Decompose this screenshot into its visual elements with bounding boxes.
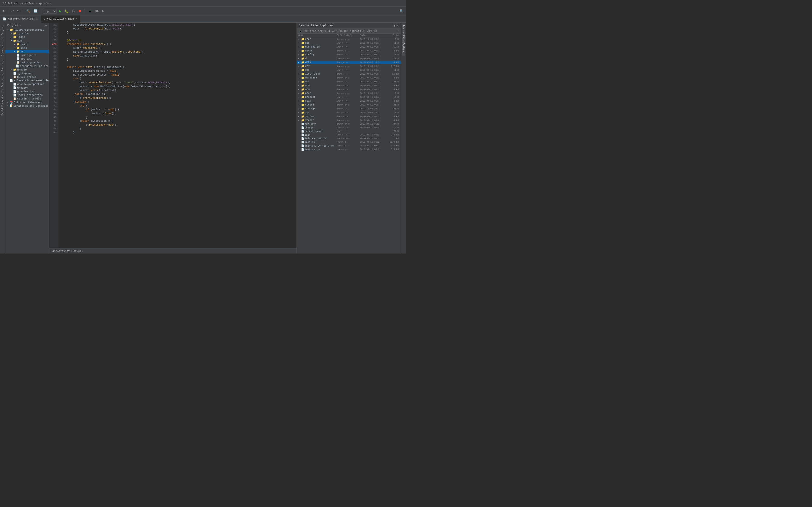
file-row[interactable]: ▸📁metadatadrwxr-xr-x2019-04-11 06:24 KB xyxy=(297,76,401,80)
tree-build[interactable]: ▸ 📁 build xyxy=(5,43,49,46)
file-icon: 📄 xyxy=(16,64,19,68)
file-row[interactable]: ▸📁mntdrwxr-xr-x2019-04-11 06:2240 B xyxy=(297,80,401,84)
tree-libs[interactable]: ▸ 📁 libs xyxy=(5,46,49,50)
tree-build-gradle-root[interactable]: 📋 build.gradle xyxy=(5,75,49,79)
tree-gitignore-app[interactable]: 📄 .gitignore xyxy=(5,53,49,57)
close-icon[interactable]: ✕ xyxy=(397,24,399,27)
stop-button[interactable]: ⏹ xyxy=(77,9,83,13)
tree-root[interactable]: ▾ 📁 FilePersistenceTest xyxy=(5,28,49,32)
debug-button[interactable]: 🐛 xyxy=(63,9,69,13)
sdk-button[interactable]: 🛠 xyxy=(94,9,100,13)
avd-button[interactable]: 📱 xyxy=(87,9,93,13)
file-icon: 📄 xyxy=(13,90,16,93)
file-row[interactable]: ▸📁dlrw-r--r--2019-04-11 06:417 B xyxy=(297,57,401,61)
build-button[interactable]: 🔨 xyxy=(25,9,32,13)
tree-idea[interactable]: ▸ 📁 .idea xyxy=(5,35,49,39)
file-row[interactable]: ▸📁storagedrwxr-xr-x2019-11-06 23:1100 B xyxy=(297,107,401,111)
file-row[interactable]: ▸📁bugreportslrw-r--r--2019-04-11 06:450 … xyxy=(297,45,401,49)
file-row[interactable]: ▸📁cachedrwxrwx---2019-04-11 06:24 KB xyxy=(297,49,401,53)
file-row[interactable]: ▸📁productlrw-r--r--2019-04-11 06:415 B xyxy=(297,95,401,99)
file-row[interactable]: ▸📁binlrw-r--r--2019-04-11 06:411 B xyxy=(297,41,401,45)
tree-item-label: build.gradle xyxy=(20,61,40,64)
file-date: 2019-04-11 06:4 xyxy=(360,100,389,102)
file-row[interactable]: 📄init.usb.configfs.rc-rwxr-x---2019-04-1… xyxy=(297,144,401,148)
tree-local-properties[interactable]: 📄 local.properties xyxy=(5,93,49,97)
vtab-captures[interactable]: Captures xyxy=(1,58,4,72)
file-row[interactable]: 📄init.usb.rc-rwxr-x---2019-04-11 06:25.5… xyxy=(297,148,401,151)
tree-scratches[interactable]: ▸ 📝 Scratches and Consoles xyxy=(5,104,49,108)
profile-button[interactable]: ⏱ xyxy=(70,9,76,13)
tree-gradle-properties[interactable]: 📄 gradle.properties xyxy=(5,82,49,86)
search-button[interactable]: 🔍 xyxy=(398,9,405,13)
gear-icon[interactable]: ⚙ xyxy=(45,24,47,27)
file-row[interactable]: ▸📁sbinlrw-r--r--2019-04-11 06:44 KB xyxy=(297,99,401,103)
code-area[interactable]: 2122232425 ●2627282930 3132333435 363738… xyxy=(49,23,297,248)
tree-gradle-dot[interactable]: ▸ 📁 .gradle xyxy=(5,32,49,35)
file-row[interactable]: ▸📁procdr-xr-xr-x2019-11-06 23:10 B xyxy=(297,92,401,95)
code-content[interactable]: setContentView(R.layout.activity_main); … xyxy=(58,23,297,248)
file-row[interactable]: 📄chargerlrw-r--r--2019-04-11 06:413 B xyxy=(297,126,401,130)
file-row[interactable]: ▸📁devdrwxr-xr-x2019-11-06 23:12.7 KB xyxy=(297,64,401,68)
close-tab-activity-main[interactable]: ✕ xyxy=(36,18,38,20)
breadcrumb-item-2[interactable]: save() xyxy=(73,249,83,252)
tree-gradle[interactable]: ▸ 📁 gradle xyxy=(5,68,49,71)
file-permissions: drwxr-xr-x xyxy=(337,119,360,122)
tab-main-activity[interactable]: ☕ MainActivity.java ✕ xyxy=(41,15,80,23)
tree-gitignore-root[interactable]: 📄 .gitignore xyxy=(5,71,49,75)
undo-button[interactable]: ↩ xyxy=(10,9,15,13)
vtab-structure[interactable]: Structure xyxy=(1,42,4,57)
file-row[interactable]: ▸📁datadrwxrwx--x2019-05-08 14:04 KB xyxy=(297,61,401,64)
file-name-text: cache xyxy=(305,50,312,52)
breadcrumb-item-1[interactable]: MainActivity xyxy=(51,249,70,252)
rvtab-device-file-explorer[interactable]: Device File Explorer xyxy=(402,24,405,56)
file-row[interactable]: ▸📁odmdrwxr-xr-x2019-04-11 06:24 KB xyxy=(297,84,401,88)
file-row[interactable]: ▸📁vendordrwxr-xr-x2019-04-11 06:44 KB xyxy=(297,119,401,122)
vtab-project[interactable]: 1: Project xyxy=(1,24,4,41)
vtab-favorites[interactable]: 2: Favorites xyxy=(1,73,4,93)
device-icon: 📱 xyxy=(299,30,302,33)
file-row[interactable]: ▸📁etclrw-r--r--2019-04-11 06:411 B xyxy=(297,68,401,72)
settings-button[interactable]: ⚙ xyxy=(101,9,106,13)
project-panel-header[interactable]: Project ▾ ⚙ xyxy=(5,23,49,28)
file-name-text: config xyxy=(305,53,314,56)
sync-button[interactable]: 🔄 xyxy=(33,9,39,13)
tree-gradlew[interactable]: 📄 gradlew xyxy=(5,86,49,90)
file-row[interactable]: ▸📁systemdrwxr-xr-x2019-04-11 06:24 KB xyxy=(297,115,401,119)
file-row[interactable]: ▸📁sysdr-xr-xr-x2019-11-06 23:10 B xyxy=(297,111,401,115)
tab-activity-main[interactable]: 📄 activity_main.xml ✕ xyxy=(0,15,41,23)
file-row[interactable]: 📄initlrw-r--r--2019-04-11 06:22.3 MB xyxy=(297,133,401,137)
run-button[interactable]: ▶ xyxy=(57,9,62,13)
folder-expand-arrow: ▸ xyxy=(298,46,301,48)
file-row[interactable]: ▸📁configdrwxr-xr-x2019-04-11 06:20 B xyxy=(297,53,401,57)
redo-button[interactable]: ↪ xyxy=(16,9,21,13)
file-row[interactable]: ▸📁lost+founddrwx------2019-04-11 06:416 … xyxy=(297,72,401,76)
menu-button[interactable]: ≡ xyxy=(1,9,6,13)
tree-app[interactable]: ▾ 📁 app xyxy=(5,39,49,43)
tree-item-label: .gitignore xyxy=(17,72,33,75)
tree-gradlew-bat[interactable]: 📄 gradlew.bat xyxy=(5,90,49,93)
vtab-build-variants[interactable]: Build Variants xyxy=(1,94,4,117)
tree-proguard[interactable]: 📄 proguard-rules.pro xyxy=(5,64,49,68)
tree-fp-iml[interactable]: 📄 FilePersistenceTest.iml xyxy=(5,79,49,82)
tree-settings-gradle[interactable]: 📋 settings.gradle xyxy=(5,97,49,101)
file-row[interactable]: ▸📁oemdrwxr-xr-x2019-04-11 06:24 KB xyxy=(297,88,401,92)
tree-src[interactable]: ▾ 📁 src xyxy=(5,50,49,53)
file-row[interactable]: 📄init.rc-rwxr-x---2019-04-11 06:228.9 KB xyxy=(297,140,401,144)
run-config-select[interactable]: app xyxy=(43,9,57,13)
file-name-cell: ▸📁config xyxy=(298,53,337,56)
tree-build-gradle-app[interactable]: 📋 build.gradle xyxy=(5,61,49,64)
file-size: 13 B xyxy=(389,126,400,129)
file-row[interactable]: ▸📁acctdr-xr-xr-x2019-11-06 23:10 B xyxy=(297,38,401,41)
folder-expand-arrow: ▸ xyxy=(298,57,301,60)
tree-external-libraries[interactable]: ▸ 📚 External Libraries xyxy=(5,101,49,104)
tree-app-iml[interactable]: 📄 app.iml xyxy=(5,57,49,61)
file-row[interactable]: 📄adb_keysdrwxr-xr-x2019-04-11 06:2724 B xyxy=(297,122,401,126)
breadcrumb: MainActivity › save() xyxy=(49,248,297,253)
gear-icon[interactable]: ⚙ xyxy=(394,24,395,27)
file-row[interactable]: ▸📁sdcarddrwxr-xr-x2019-04-11 06:421 B xyxy=(297,103,401,107)
close-tab-main-activity[interactable]: ✕ xyxy=(75,17,77,20)
file-row[interactable]: 📄init.environ.rc-rwxr-x---2019-04-11 06:… xyxy=(297,137,401,140)
file-row[interactable]: 📄default.proplrw-------23 B xyxy=(297,130,401,133)
device-selector[interactable]: 📱 Emulator Nexus_5X_API_28_x86 Android 9… xyxy=(297,29,401,34)
chevron-down-icon: ▾ xyxy=(397,30,399,33)
